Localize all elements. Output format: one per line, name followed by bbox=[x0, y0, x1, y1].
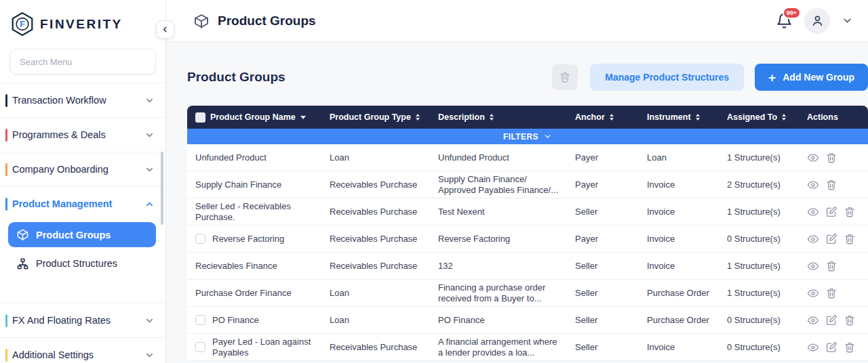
product-management-submenu: Product Groups Product Structures bbox=[0, 221, 165, 286]
product-groups-icon bbox=[193, 13, 210, 29]
edit-icon[interactable] bbox=[825, 341, 837, 354]
cell-actions bbox=[799, 341, 868, 354]
cell-product-group-type: Loan bbox=[321, 152, 430, 163]
delete-icon[interactable] bbox=[825, 287, 837, 299]
table-row[interactable]: Recievables Finance Receivables Purchase… bbox=[187, 253, 868, 280]
filters-label: FILTERS bbox=[503, 132, 538, 142]
column-header-product-group-name[interactable]: Product Group Name bbox=[187, 112, 321, 123]
column-header-description[interactable]: Description bbox=[430, 112, 567, 122]
chevron-down-icon[interactable] bbox=[842, 15, 853, 26]
chevron-down-icon bbox=[144, 350, 155, 360]
cell-actions bbox=[799, 287, 868, 299]
cell-description: 132 bbox=[438, 261, 453, 272]
select-all-checkbox[interactable] bbox=[195, 112, 205, 123]
sidebar-item-product-management[interactable]: Product Management bbox=[0, 186, 165, 221]
edit-icon[interactable] bbox=[825, 233, 837, 245]
table-row[interactable]: Unfunded Product Loan Unfunded Product P… bbox=[187, 144, 868, 171]
table-row[interactable]: PO Finance Loan PO Finance Seller Purcha… bbox=[187, 307, 868, 334]
sidebar-item-product-structures[interactable]: Product Structures bbox=[8, 250, 156, 277]
accent-bar bbox=[5, 349, 7, 362]
view-icon[interactable] bbox=[807, 152, 819, 164]
delete-icon[interactable] bbox=[844, 314, 856, 326]
delete-icon[interactable] bbox=[825, 179, 837, 191]
column-label: Anchor bbox=[575, 112, 605, 122]
product-groups-table: Product Group Name Product Group Type De… bbox=[187, 106, 868, 361]
cell-actions bbox=[799, 152, 868, 164]
sidebar-item-transaction-workflow[interactable]: Transaction Workflow bbox=[0, 83, 165, 117]
table-row[interactable]: Payer Led - Loan against Payables Receiv… bbox=[187, 334, 868, 361]
delete-icon[interactable] bbox=[844, 206, 856, 218]
chevron-down-icon bbox=[144, 165, 155, 175]
column-header-product-group-type[interactable]: Product Group Type bbox=[321, 112, 430, 122]
sidebar-item-fx-floating-rates[interactable]: FX And Floating Rates bbox=[0, 303, 165, 337]
column-header-instrument[interactable]: Instrument bbox=[639, 112, 719, 122]
filters-toggle-bar[interactable]: FILTERS bbox=[187, 129, 868, 144]
brand-name: FINVERITY bbox=[40, 17, 123, 32]
column-label: Description bbox=[438, 112, 485, 122]
bulk-delete-button[interactable] bbox=[552, 64, 578, 90]
table-row[interactable]: Purchase Order Finance Loan Financing a … bbox=[187, 280, 868, 307]
sidebar-item-product-groups[interactable]: Product Groups bbox=[8, 222, 156, 247]
cell-actions bbox=[799, 179, 868, 191]
sort-icon bbox=[696, 114, 700, 121]
table-header: Product Group Name Product Group Type De… bbox=[187, 106, 868, 129]
cell-anchor: Seller bbox=[567, 207, 639, 217]
cell-description: Financing a purchase order received from… bbox=[438, 282, 559, 304]
sidebar-scrollbar[interactable] bbox=[161, 152, 163, 225]
table-row[interactable]: Seller Led - Receivables Purchase. Recei… bbox=[187, 198, 868, 226]
topbar-actions: 99+ bbox=[776, 8, 853, 34]
view-icon[interactable] bbox=[807, 206, 819, 218]
cell-actions bbox=[799, 260, 868, 272]
view-icon[interactable] bbox=[807, 233, 819, 245]
cell-product-group-name: PO Finance bbox=[212, 315, 259, 326]
view-icon[interactable] bbox=[807, 314, 819, 326]
sidebar-item-label: Transaction Workflow bbox=[12, 95, 144, 106]
column-header-anchor[interactable]: Anchor bbox=[567, 112, 639, 122]
cell-actions bbox=[799, 206, 868, 218]
chevron-down-icon bbox=[543, 132, 552, 141]
row-checkbox[interactable] bbox=[195, 234, 205, 244]
cell-product-group-type: Receivables Purchase bbox=[321, 234, 430, 244]
delete-icon[interactable] bbox=[844, 233, 856, 245]
sidebar-collapse-button[interactable] bbox=[156, 20, 174, 39]
view-icon[interactable] bbox=[807, 287, 819, 299]
delete-icon[interactable] bbox=[825, 260, 837, 272]
column-header-assigned-to[interactable]: Assigned To bbox=[719, 112, 799, 122]
brand-logo[interactable]: F FINVERITY bbox=[0, 0, 165, 45]
cell-instrument: Loan bbox=[639, 152, 719, 163]
add-button-label: Add New Group bbox=[783, 72, 854, 83]
user-avatar[interactable] bbox=[804, 8, 830, 34]
cell-product-group-type: Loan bbox=[321, 288, 430, 298]
manage-product-structures-button[interactable]: Manage Product Structures bbox=[590, 64, 744, 91]
table-row[interactable]: Reverse Factoring Receivables Purchase R… bbox=[187, 226, 868, 253]
delete-icon[interactable] bbox=[844, 341, 856, 354]
table-row[interactable]: Supply Chain Finance Receivables Purchas… bbox=[187, 171, 868, 198]
view-icon[interactable] bbox=[807, 260, 819, 272]
cell-anchor: Payer bbox=[567, 234, 639, 244]
sidebar-item-additional-settings[interactable]: Additional Settings bbox=[0, 337, 165, 363]
sidebar-item-programmes-deals[interactable]: Programmes & Deals bbox=[0, 117, 165, 152]
accent-bar bbox=[5, 198, 7, 211]
sidebar-search bbox=[0, 45, 165, 83]
column-label: Assigned To bbox=[727, 112, 777, 122]
edit-icon[interactable] bbox=[825, 206, 837, 218]
search-menu-input[interactable] bbox=[9, 49, 156, 74]
row-checkbox[interactable] bbox=[195, 315, 205, 325]
sidebar: F FINVERITY Transaction Workflow Program… bbox=[0, 0, 166, 363]
cell-instrument: Invoice bbox=[639, 207, 719, 217]
sidebar-item-company-onboarding[interactable]: Company Onboarding bbox=[0, 152, 165, 186]
notifications-button[interactable]: 99+ bbox=[776, 12, 793, 29]
delete-icon[interactable] bbox=[825, 152, 837, 164]
cell-anchor: Seller bbox=[567, 288, 639, 298]
view-icon[interactable] bbox=[807, 341, 819, 354]
row-checkbox[interactable] bbox=[195, 342, 205, 352]
add-new-group-button[interactable]: + Add New Group bbox=[755, 64, 868, 91]
cell-instrument: Invoice bbox=[639, 342, 719, 352]
sort-desc-icon bbox=[300, 116, 306, 119]
accent-bar bbox=[5, 94, 7, 107]
cell-description: Reverse Factoring bbox=[438, 234, 510, 244]
cell-assigned-to: 1 Structure(s) bbox=[719, 261, 799, 271]
edit-icon[interactable] bbox=[825, 314, 837, 326]
accent-bar bbox=[5, 129, 7, 142]
view-icon[interactable] bbox=[807, 179, 819, 191]
